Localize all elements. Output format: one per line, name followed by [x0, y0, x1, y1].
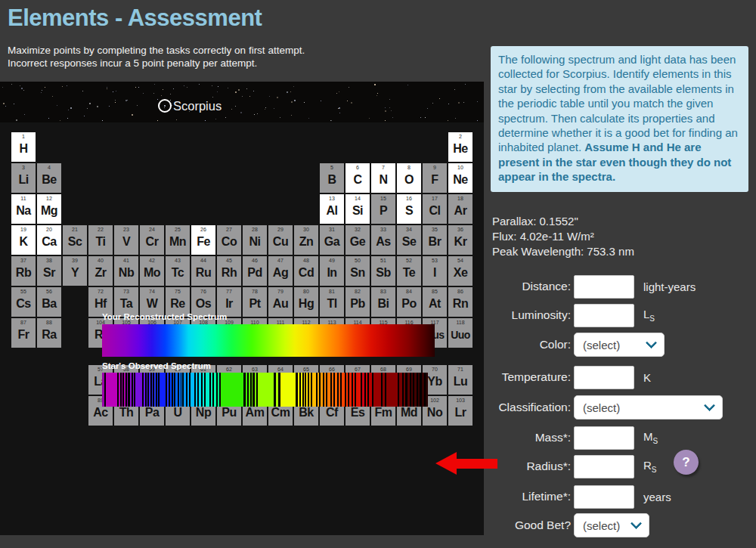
element-symbol: Na [16, 203, 30, 218]
spectral-line [130, 373, 132, 407]
atomic-number: 14 [355, 196, 361, 202]
element-Ra[interactable]: 88Ra [37, 318, 61, 348]
star-dot [242, 96, 243, 97]
element-Xe[interactable]: 54Xe [448, 256, 472, 286]
element-Ca[interactable]: 20Ca [37, 225, 61, 255]
element-Hg[interactable]: 80Hg [294, 287, 318, 317]
star-dot [321, 101, 321, 101]
form-row-mass: Mass*:MS [490, 424, 754, 451]
element-Cu[interactable]: 29Cu [268, 225, 293, 255]
element-Ag[interactable]: 47Ag [268, 256, 293, 286]
element-Rb[interactable]: 37Rb [11, 256, 36, 286]
element-Cd[interactable]: 48Cd [294, 256, 318, 286]
lifetime-input[interactable] [574, 485, 634, 509]
mass-input[interactable] [574, 426, 634, 450]
element-Au[interactable]: 79Au [268, 287, 293, 317]
element-Zr[interactable]: 40Zr [88, 256, 113, 286]
element-He[interactable]: 2He [448, 132, 472, 162]
luminosity-label: Luminosity: [490, 308, 573, 322]
element-Rh[interactable]: 45Rh [217, 256, 241, 286]
element-symbol: Cu [273, 234, 288, 249]
color-select[interactable]: (select) [574, 333, 665, 357]
element-Co[interactable]: 27Co [217, 225, 241, 255]
observed-spectrum-bar [102, 373, 428, 407]
element-H[interactable]: 1H [11, 132, 36, 162]
element-Ne[interactable]: 10Ne [448, 163, 472, 193]
element-Kr[interactable]: 36Kr [448, 225, 472, 255]
star-dot [385, 120, 386, 121]
element-Cl[interactable]: 17Cl [423, 194, 447, 224]
element-Tl[interactable]: 81Tl [320, 287, 344, 317]
distance-input[interactable] [574, 275, 634, 299]
element-Nb[interactable]: 41Nb [114, 256, 138, 286]
element-Fr[interactable]: 87Fr [11, 318, 36, 348]
element-Be[interactable]: 4Be [37, 163, 61, 193]
element-Ar[interactable]: 18Ar [448, 194, 472, 224]
temperature-input[interactable] [574, 366, 634, 389]
star-radio-button[interactable] [158, 99, 172, 113]
element-Sc[interactable]: 21Sc [63, 225, 87, 255]
element-Ti[interactable]: 22Ti [88, 225, 113, 255]
star-dot [254, 114, 255, 115]
element-Si[interactable]: 14Si [345, 194, 370, 224]
atomic-number: 13 [329, 196, 335, 202]
element-Ni[interactable]: 28Ni [243, 225, 267, 255]
element-Bi[interactable]: 83Bi [371, 287, 395, 317]
luminosity-input[interactable] [574, 304, 634, 327]
element-As[interactable]: 33As [371, 225, 395, 255]
element-Se[interactable]: 34Se [397, 225, 421, 255]
element-Lr[interactable]: 103Lr [448, 396, 472, 426]
element-Pd[interactable]: 46Pd [243, 256, 267, 286]
spectral-line [255, 373, 256, 407]
element-Sb[interactable]: 51Sb [371, 256, 395, 286]
element-Lu[interactable]: 71Lu [448, 365, 472, 395]
element-Pb[interactable]: 82Pb [345, 287, 370, 317]
star-dot [42, 90, 42, 91]
element-Po[interactable]: 84Po [397, 287, 421, 317]
element-C[interactable]: 6C [345, 163, 370, 193]
element-Uuo[interactable]: 118Uuo [448, 318, 472, 348]
element-S[interactable]: 16S [397, 194, 421, 224]
element-Cr[interactable]: 24Cr [140, 225, 164, 255]
radius-unit: RS [643, 459, 657, 474]
help-button[interactable]: ? [674, 450, 699, 475]
element-Mn[interactable]: 25Mn [166, 225, 190, 255]
element-Sr[interactable]: 38Sr [37, 256, 61, 286]
element-Te[interactable]: 52Te [397, 256, 421, 286]
element-Mg[interactable]: 12Mg [37, 194, 61, 224]
element-Li[interactable]: 3Li [11, 163, 36, 193]
element-Cs[interactable]: 55Cs [11, 287, 36, 317]
goodbet-select[interactable]: (select) [574, 513, 649, 537]
element-N[interactable]: 7N [371, 163, 395, 193]
element-K[interactable]: 19K [11, 225, 36, 255]
star-dot [11, 84, 12, 85]
classification-select[interactable]: (select) [574, 395, 723, 420]
element-Mo[interactable]: 42Mo [140, 256, 164, 286]
element-Fe[interactable]: 26Fe [191, 225, 215, 255]
radius-input[interactable] [574, 455, 634, 478]
element-symbol: Tl [327, 296, 336, 311]
element-Ba[interactable]: 56Ba [37, 287, 61, 317]
element-Br[interactable]: 35Br [423, 225, 447, 255]
element-Zn[interactable]: 30Zn [294, 225, 318, 255]
element-O[interactable]: 8O [397, 163, 421, 193]
element-Ge[interactable]: 32Ge [345, 225, 370, 255]
element-P[interactable]: 15P [371, 194, 395, 224]
element-In[interactable]: 49In [320, 256, 344, 286]
element-Pt[interactable]: 78Pt [243, 287, 267, 317]
element-Al[interactable]: 13Al [320, 194, 344, 224]
element-Tc[interactable]: 43Tc [166, 256, 190, 286]
element-I[interactable]: 53I [423, 256, 447, 286]
element-At[interactable]: 85At [423, 287, 447, 317]
element-Ru[interactable]: 44Ru [191, 256, 215, 286]
element-Sn[interactable]: 50Sn [345, 256, 370, 286]
element-Y[interactable]: 39Y [63, 256, 87, 286]
spectral-line [383, 373, 385, 407]
star-name-label: Scorpius [173, 99, 222, 113]
element-B[interactable]: 5B [320, 163, 344, 193]
element-V[interactable]: 23V [114, 225, 138, 255]
element-Na[interactable]: 11Na [11, 194, 36, 224]
element-F[interactable]: 9F [423, 163, 447, 193]
element-Rn[interactable]: 86Rn [448, 287, 472, 317]
element-Ga[interactable]: 31Ga [320, 225, 344, 255]
